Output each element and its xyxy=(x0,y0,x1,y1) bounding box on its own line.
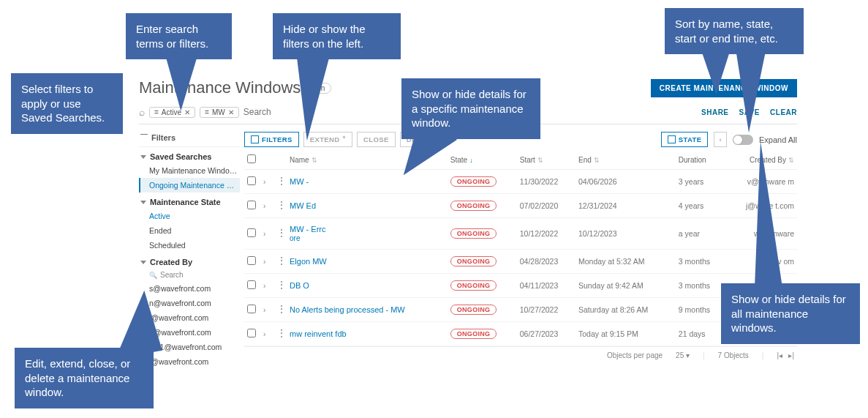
row-checkbox[interactable] xyxy=(247,305,256,313)
chip-remove-icon[interactable]: ✕ xyxy=(228,108,234,116)
mw-name-link[interactable]: No Alerts being processed - MW xyxy=(290,305,405,314)
mw-name-link[interactable]: ore xyxy=(290,234,300,242)
expand-row-icon[interactable]: › xyxy=(263,178,265,186)
chip-prefix: = xyxy=(154,108,159,116)
sidebar-item-creator[interactable]: s@wavefront.com xyxy=(139,281,240,296)
callout-filters-toggle: Hide or show the filters on the left. xyxy=(273,13,401,59)
section-title: Maintenance State xyxy=(150,198,221,206)
created-by-header[interactable]: Created By xyxy=(139,253,240,269)
callout-search: Enter search terms or filters. xyxy=(126,13,232,59)
state-badge: ONGOING xyxy=(450,329,497,339)
sidebar-item-ongoing[interactable]: Ongoing Maintenance Wi... xyxy=(139,178,240,193)
callout-filters-sidebar: Select filters to apply or use Saved Sea… xyxy=(11,73,123,134)
duration-cell: 21 days xyxy=(676,322,725,346)
row-checkbox[interactable] xyxy=(247,201,256,209)
chip-label: MW xyxy=(212,108,225,116)
col-state[interactable]: State↓ xyxy=(448,150,517,170)
callout-row-menu: Edit, extend, close, or delete a mainten… xyxy=(15,348,154,408)
end-cell: Saturday at 8:26 AM xyxy=(575,298,676,322)
callout-row-expand: Show or hide details for a specific main… xyxy=(401,78,540,139)
start-cell: 10/12/2022 xyxy=(517,218,575,250)
col-duration[interactable]: Duration xyxy=(676,150,725,170)
sidebar-item-my-maintenance[interactable]: My Maintenance Windows xyxy=(139,163,240,178)
mw-name-link[interactable]: Elgon MW xyxy=(290,257,327,266)
mw-name-link[interactable]: mw reinvent fdb xyxy=(290,329,347,338)
start-cell: 07/02/2020 xyxy=(517,194,575,218)
sort-button[interactable]: STATE xyxy=(661,132,709,147)
col-end[interactable]: End⇅ xyxy=(575,150,676,170)
pagination[interactable]: |◂ ▸| xyxy=(777,351,794,359)
table-row: ›⋮MW - ErrcoreONGOING10/12/202210/12/202… xyxy=(244,218,797,250)
start-cell: 10/27/2022 xyxy=(517,298,575,322)
close-button[interactable]: CLOSE xyxy=(357,132,396,147)
row-checkbox[interactable] xyxy=(247,280,256,289)
mw-name-link[interactable]: MW Ed xyxy=(290,201,316,210)
expand-row-icon[interactable]: › xyxy=(263,282,265,290)
chevron-down-icon xyxy=(140,201,146,204)
clear-link[interactable]: CLEAR xyxy=(770,108,797,116)
col-start[interactable]: Start⇅ xyxy=(517,150,575,170)
row-actions-menu-icon[interactable]: ⋮ xyxy=(276,177,284,184)
expand-row-icon[interactable]: › xyxy=(263,330,265,338)
row-checkbox[interactable] xyxy=(247,256,256,265)
create-maintenance-window-button[interactable]: CREATE MAINTENANCE WINDOW xyxy=(651,79,797,97)
sidebar-item-ended[interactable]: Ended xyxy=(139,223,240,238)
sidebar-item-active[interactable]: Active xyxy=(139,209,240,223)
state-badge: ONGOING xyxy=(450,228,497,239)
chevron-down-icon xyxy=(140,155,146,159)
filter-chip-mw[interactable]: = MW ✕ xyxy=(200,107,239,118)
row-actions-menu-icon[interactable]: ⋮ xyxy=(276,281,284,288)
duration-cell: 3 years xyxy=(676,170,725,194)
per-page-select[interactable]: 25 ▾ xyxy=(676,351,690,359)
state-badge: ONGOING xyxy=(450,305,497,315)
table-footer: Objects per page 25 ▾ | 7 Objects | |◂ ▸… xyxy=(244,346,797,364)
start-cell: 06/27/2023 xyxy=(517,322,575,346)
per-page-label: Objects per page xyxy=(607,351,663,359)
row-actions-menu-icon[interactable]: ⋮ xyxy=(276,305,284,313)
state-badge: ONGOING xyxy=(450,201,497,211)
sort-direction-button[interactable]: ‹ xyxy=(714,132,727,147)
created-by-search[interactable]: Search xyxy=(139,269,240,281)
row-checkbox[interactable] xyxy=(247,176,256,185)
row-actions-menu-icon[interactable]: ⋮ xyxy=(276,257,284,264)
row-checkbox[interactable] xyxy=(247,329,256,337)
table-row: ›⋮Elgon MWONGOING04/28/2023Monday at 5:3… xyxy=(244,250,797,274)
duration-cell: 9 months xyxy=(676,298,725,322)
mw-name-link[interactable]: MW - Errc xyxy=(290,225,325,234)
search-icon: ⌕ xyxy=(139,106,145,118)
expand-row-icon[interactable]: › xyxy=(263,202,265,210)
duration-cell: 4 years xyxy=(676,194,725,218)
end-cell: 12/31/2024 xyxy=(575,194,676,218)
end-cell: Sunday at 9:42 AM xyxy=(575,274,676,298)
callout-tail xyxy=(166,54,203,112)
table-row: ›⋮MW -ONGOING11/30/202204/06/20263 years… xyxy=(244,170,797,194)
row-actions-menu-icon[interactable]: ⋮ xyxy=(276,229,284,236)
maintenance-state-header[interactable]: Maintenance State xyxy=(139,193,240,209)
expand-all-toggle[interactable] xyxy=(733,135,753,145)
sidebar-item-creator[interactable]: j@wavefront.com xyxy=(139,354,240,369)
saved-searches-header[interactable]: Saved Searches xyxy=(139,147,240,163)
expand-row-icon[interactable]: › xyxy=(263,258,265,266)
row-actions-menu-icon[interactable]: ⋮ xyxy=(276,201,284,209)
mw-name-link[interactable]: MW - xyxy=(290,177,309,186)
table-row: ›⋮mw reinvent fdbONGOING06/27/2023Today … xyxy=(244,322,797,346)
sidebar-item-scheduled[interactable]: Scheduled xyxy=(139,238,240,253)
state-badge: ONGOING xyxy=(450,256,497,266)
expand-row-icon[interactable]: › xyxy=(263,306,265,314)
select-all-checkbox[interactable] xyxy=(247,154,256,163)
expand-row-icon[interactable]: › xyxy=(263,230,265,238)
mw-name-link[interactable]: DB O xyxy=(290,281,309,290)
row-checkbox[interactable] xyxy=(247,228,256,237)
share-link[interactable]: SHARE xyxy=(701,108,729,116)
chevron-down-icon xyxy=(140,261,146,264)
page-title: Maintenance Windows xyxy=(139,78,301,97)
state-badge: ONGOING xyxy=(450,176,497,187)
funnel-icon xyxy=(140,134,148,141)
end-cell: 10/12/2023 xyxy=(575,218,676,250)
start-cell: 11/30/2022 xyxy=(517,170,575,194)
start-cell: 04/11/2023 xyxy=(517,274,575,298)
row-actions-menu-icon[interactable]: ⋮ xyxy=(276,329,284,337)
maintenance-table: Name⇅ State↓ Start⇅ End⇅ Duration Create… xyxy=(244,150,797,346)
filters-header[interactable]: Filters xyxy=(139,129,240,147)
duration-cell: 3 months xyxy=(676,250,725,274)
